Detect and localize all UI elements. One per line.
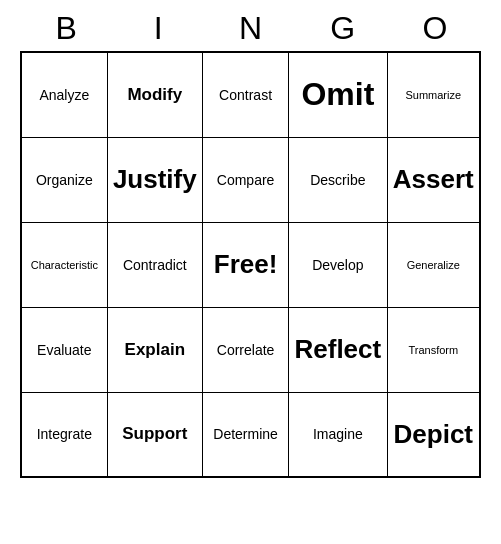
grid-cell-1-3: Describe xyxy=(289,137,387,222)
grid-cell-2-1: Contradict xyxy=(107,222,202,307)
grid-cell-1-4: Assert xyxy=(387,137,480,222)
grid-row-1: OrganizeJustifyCompareDescribeAssert xyxy=(21,137,480,222)
bingo-letter-b: B xyxy=(25,10,107,47)
bingo-letter-o: O xyxy=(394,10,476,47)
grid-cell-2-0: Characteristic xyxy=(21,222,107,307)
grid-cell-4-0: Integrate xyxy=(21,392,107,477)
grid-cell-0-2: Contrast xyxy=(203,52,289,137)
grid-row-0: AnalyzeModifyContrastOmitSummarize xyxy=(21,52,480,137)
grid-cell-0-1: Modify xyxy=(107,52,202,137)
grid-cell-0-0: Analyze xyxy=(21,52,107,137)
grid-cell-4-2: Determine xyxy=(203,392,289,477)
grid-cell-3-0: Evaluate xyxy=(21,307,107,392)
grid-cell-2-2: Free! xyxy=(203,222,289,307)
bingo-letter-i: I xyxy=(117,10,199,47)
grid-cell-0-4: Summarize xyxy=(387,52,480,137)
grid-cell-1-2: Compare xyxy=(203,137,289,222)
grid-cell-3-2: Correlate xyxy=(203,307,289,392)
grid-cell-3-4: Transform xyxy=(387,307,480,392)
grid-cell-3-1: Explain xyxy=(107,307,202,392)
bingo-grid: AnalyzeModifyContrastOmitSummarizeOrgani… xyxy=(20,51,481,478)
bingo-header: BINGO xyxy=(20,10,481,47)
grid-cell-0-3: Omit xyxy=(289,52,387,137)
grid-cell-4-3: Imagine xyxy=(289,392,387,477)
grid-cell-2-4: Generalize xyxy=(387,222,480,307)
grid-row-3: EvaluateExplainCorrelateReflectTransform xyxy=(21,307,480,392)
grid-cell-4-4: Depict xyxy=(387,392,480,477)
grid-cell-2-3: Develop xyxy=(289,222,387,307)
grid-row-4: IntegrateSupportDetermineImagineDepict xyxy=(21,392,480,477)
grid-cell-4-1: Support xyxy=(107,392,202,477)
grid-row-2: CharacteristicContradictFree!DevelopGene… xyxy=(21,222,480,307)
bingo-letter-n: N xyxy=(209,10,291,47)
grid-cell-1-0: Organize xyxy=(21,137,107,222)
bingo-letter-g: G xyxy=(302,10,384,47)
grid-cell-1-1: Justify xyxy=(107,137,202,222)
grid-cell-3-3: Reflect xyxy=(289,307,387,392)
